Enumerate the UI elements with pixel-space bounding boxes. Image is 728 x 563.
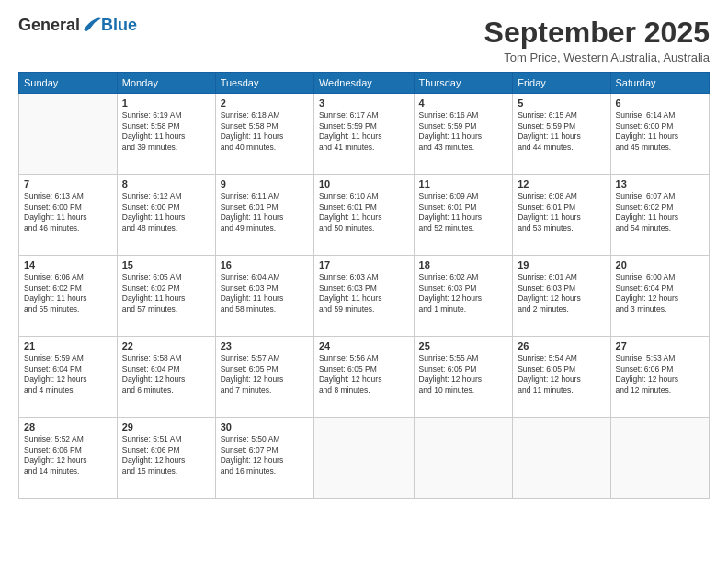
logo-blue-text: Blue xyxy=(101,17,137,33)
day-number: 7 xyxy=(24,178,112,190)
day-info: Sunrise: 5:53 AM Sunset: 6:06 PM Dayligh… xyxy=(616,353,704,396)
logo-bird-icon xyxy=(81,17,101,33)
day-number: 15 xyxy=(122,259,210,270)
day-info: Sunrise: 6:08 AM Sunset: 6:01 PM Dayligh… xyxy=(518,191,605,234)
day-number: 12 xyxy=(518,178,605,190)
day-info: Sunrise: 6:09 AM Sunset: 6:01 PM Dayligh… xyxy=(419,191,508,234)
day-cell: 26Sunrise: 5:54 AM Sunset: 6:05 PM Dayli… xyxy=(513,337,610,418)
location-title: Tom Price, Western Australia, Australia xyxy=(484,51,710,64)
day-number: 9 xyxy=(221,178,309,190)
col-header-saturday: Saturday xyxy=(610,73,709,94)
day-info: Sunrise: 6:05 AM Sunset: 6:02 PM Dayligh… xyxy=(122,272,210,315)
day-number: 4 xyxy=(419,98,508,109)
day-cell xyxy=(414,418,513,499)
day-info: Sunrise: 5:52 AM Sunset: 6:06 PM Dayligh… xyxy=(24,434,112,477)
day-cell: 22Sunrise: 5:58 AM Sunset: 6:04 PM Dayli… xyxy=(117,337,215,418)
day-number: 5 xyxy=(518,98,605,109)
day-info: Sunrise: 6:13 AM Sunset: 6:00 PM Dayligh… xyxy=(24,191,112,234)
header: General Blue September 2025 Tom Price, W… xyxy=(18,17,710,64)
col-header-sunday: Sunday xyxy=(19,73,118,94)
day-info: Sunrise: 6:04 AM Sunset: 6:03 PM Dayligh… xyxy=(221,272,309,315)
logo-general-text: General xyxy=(18,17,80,33)
day-info: Sunrise: 6:06 AM Sunset: 6:02 PM Dayligh… xyxy=(24,272,112,315)
day-cell: 13Sunrise: 6:07 AM Sunset: 6:02 PM Dayli… xyxy=(610,175,709,256)
day-cell: 8Sunrise: 6:12 AM Sunset: 6:00 PM Daylig… xyxy=(117,175,215,256)
month-title: September 2025 xyxy=(484,17,710,49)
day-number: 3 xyxy=(319,98,409,109)
day-info: Sunrise: 6:17 AM Sunset: 5:59 PM Dayligh… xyxy=(319,110,409,153)
day-cell: 27Sunrise: 5:53 AM Sunset: 6:06 PM Dayli… xyxy=(610,337,709,418)
day-number: 14 xyxy=(24,259,112,270)
calendar-table: SundayMondayTuesdayWednesdayThursdayFrid… xyxy=(18,72,710,499)
day-cell: 10Sunrise: 6:10 AM Sunset: 6:01 PM Dayli… xyxy=(313,175,414,256)
day-cell: 21Sunrise: 5:59 AM Sunset: 6:04 PM Dayli… xyxy=(19,337,118,418)
day-info: Sunrise: 6:19 AM Sunset: 5:58 PM Dayligh… xyxy=(122,110,210,153)
day-cell: 1Sunrise: 6:19 AM Sunset: 5:58 PM Daylig… xyxy=(117,94,215,175)
day-cell xyxy=(513,418,610,499)
week-row-5: 28Sunrise: 5:52 AM Sunset: 6:06 PM Dayli… xyxy=(19,418,710,499)
day-number: 21 xyxy=(24,340,112,351)
day-cell: 18Sunrise: 6:02 AM Sunset: 6:03 PM Dayli… xyxy=(414,256,513,337)
page: General Blue September 2025 Tom Price, W… xyxy=(0,0,728,563)
day-number: 27 xyxy=(616,340,704,351)
day-number: 20 xyxy=(616,259,704,270)
day-info: Sunrise: 6:10 AM Sunset: 6:01 PM Dayligh… xyxy=(319,191,409,234)
day-cell: 4Sunrise: 6:16 AM Sunset: 5:59 PM Daylig… xyxy=(414,94,513,175)
day-number: 25 xyxy=(419,340,508,351)
day-cell: 2Sunrise: 6:18 AM Sunset: 5:58 PM Daylig… xyxy=(215,94,313,175)
day-number: 19 xyxy=(518,259,605,270)
day-cell: 24Sunrise: 5:56 AM Sunset: 6:05 PM Dayli… xyxy=(313,337,414,418)
day-info: Sunrise: 6:18 AM Sunset: 5:58 PM Dayligh… xyxy=(221,110,309,153)
week-row-2: 7Sunrise: 6:13 AM Sunset: 6:00 PM Daylig… xyxy=(19,175,710,256)
day-number: 17 xyxy=(319,259,409,270)
day-number: 10 xyxy=(319,178,409,190)
day-cell: 23Sunrise: 5:57 AM Sunset: 6:05 PM Dayli… xyxy=(215,337,313,418)
day-number: 28 xyxy=(24,421,112,432)
day-info: Sunrise: 5:56 AM Sunset: 6:05 PM Dayligh… xyxy=(319,353,409,396)
day-info: Sunrise: 6:15 AM Sunset: 5:59 PM Dayligh… xyxy=(518,110,605,153)
col-header-friday: Friday xyxy=(513,73,610,94)
col-header-monday: Monday xyxy=(117,73,215,94)
day-number: 2 xyxy=(221,98,309,109)
day-number: 16 xyxy=(221,259,309,270)
day-info: Sunrise: 6:01 AM Sunset: 6:03 PM Dayligh… xyxy=(518,272,605,315)
day-cell: 30Sunrise: 5:50 AM Sunset: 6:07 PM Dayli… xyxy=(215,418,313,499)
week-row-1: 1Sunrise: 6:19 AM Sunset: 5:58 PM Daylig… xyxy=(19,94,710,175)
day-info: Sunrise: 6:14 AM Sunset: 6:00 PM Dayligh… xyxy=(616,110,704,153)
day-info: Sunrise: 6:02 AM Sunset: 6:03 PM Dayligh… xyxy=(419,272,508,315)
day-cell: 6Sunrise: 6:14 AM Sunset: 6:00 PM Daylig… xyxy=(610,94,709,175)
day-number: 8 xyxy=(122,178,210,190)
day-info: Sunrise: 6:16 AM Sunset: 5:59 PM Dayligh… xyxy=(419,110,508,153)
day-info: Sunrise: 5:58 AM Sunset: 6:04 PM Dayligh… xyxy=(122,353,210,396)
day-info: Sunrise: 5:57 AM Sunset: 6:05 PM Dayligh… xyxy=(221,353,309,396)
day-number: 23 xyxy=(221,340,309,351)
day-number: 11 xyxy=(419,178,508,190)
day-number: 29 xyxy=(122,421,210,432)
logo-area: General Blue xyxy=(18,17,137,33)
day-cell: 7Sunrise: 6:13 AM Sunset: 6:00 PM Daylig… xyxy=(19,175,118,256)
col-header-tuesday: Tuesday xyxy=(215,73,313,94)
day-cell: 12Sunrise: 6:08 AM Sunset: 6:01 PM Dayli… xyxy=(513,175,610,256)
logo: General Blue xyxy=(18,17,137,33)
day-cell: 20Sunrise: 6:00 AM Sunset: 6:04 PM Dayli… xyxy=(610,256,709,337)
day-info: Sunrise: 6:03 AM Sunset: 6:03 PM Dayligh… xyxy=(319,272,409,315)
col-header-thursday: Thursday xyxy=(414,73,513,94)
day-cell: 19Sunrise: 6:01 AM Sunset: 6:03 PM Dayli… xyxy=(513,256,610,337)
week-row-3: 14Sunrise: 6:06 AM Sunset: 6:02 PM Dayli… xyxy=(19,256,710,337)
day-info: Sunrise: 5:55 AM Sunset: 6:05 PM Dayligh… xyxy=(419,353,508,396)
day-info: Sunrise: 6:12 AM Sunset: 6:00 PM Dayligh… xyxy=(122,191,210,234)
day-cell xyxy=(19,94,118,175)
day-cell: 5Sunrise: 6:15 AM Sunset: 5:59 PM Daylig… xyxy=(513,94,610,175)
day-cell: 14Sunrise: 6:06 AM Sunset: 6:02 PM Dayli… xyxy=(19,256,118,337)
day-cell: 16Sunrise: 6:04 AM Sunset: 6:03 PM Dayli… xyxy=(215,256,313,337)
day-cell: 3Sunrise: 6:17 AM Sunset: 5:59 PM Daylig… xyxy=(313,94,414,175)
day-number: 13 xyxy=(616,178,704,190)
day-info: Sunrise: 5:54 AM Sunset: 6:05 PM Dayligh… xyxy=(518,353,605,396)
day-number: 26 xyxy=(518,340,605,351)
day-info: Sunrise: 6:07 AM Sunset: 6:02 PM Dayligh… xyxy=(616,191,704,234)
day-cell: 29Sunrise: 5:51 AM Sunset: 6:06 PM Dayli… xyxy=(117,418,215,499)
day-number: 6 xyxy=(616,98,704,109)
day-cell: 17Sunrise: 6:03 AM Sunset: 6:03 PM Dayli… xyxy=(313,256,414,337)
day-cell: 25Sunrise: 5:55 AM Sunset: 6:05 PM Dayli… xyxy=(414,337,513,418)
title-area: September 2025 Tom Price, Western Austra… xyxy=(484,17,710,64)
